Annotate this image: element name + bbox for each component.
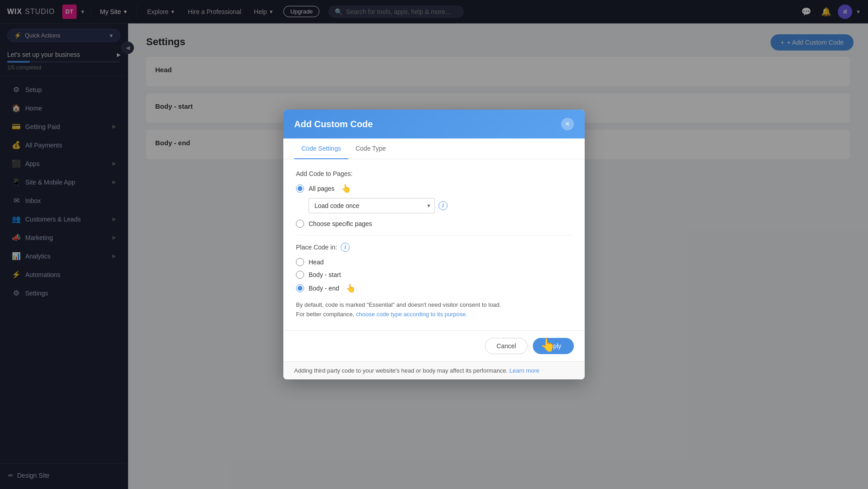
place-code-in-label: Place Code in: i bbox=[296, 243, 572, 252]
body-end-radio[interactable] bbox=[296, 284, 304, 292]
modal-warning-bar: Adding third party code to your website'… bbox=[283, 361, 585, 379]
tab-code-settings[interactable]: Code Settings bbox=[294, 138, 348, 159]
body-end-radio-item: Body - end 👆 bbox=[296, 283, 572, 293]
specific-pages-label[interactable]: Choose specific pages bbox=[309, 220, 372, 227]
tab-code-type[interactable]: Code Type bbox=[348, 138, 393, 159]
body-start-radio[interactable] bbox=[296, 271, 304, 279]
all-pages-radio-item: All pages 👆 bbox=[296, 184, 572, 194]
close-icon: × bbox=[565, 120, 569, 128]
pointing-hand-icon-1: 👆 bbox=[341, 184, 351, 194]
head-radio-item: Head bbox=[296, 258, 572, 266]
compliance-info-text: By default, code is marked "Essential" a… bbox=[296, 300, 572, 319]
specific-pages-radio-item: Choose specific pages bbox=[296, 220, 572, 228]
section-divider bbox=[296, 235, 572, 235]
modal-close-button[interactable]: × bbox=[561, 118, 574, 130]
load-code-select-wrapper: Load code once Load code on each page na… bbox=[309, 198, 448, 213]
modal-overlay[interactable]: Add Custom Code × Code Settings Code Typ… bbox=[0, 0, 868, 489]
modal-body: Add Code to Pages: All pages 👆 Load code… bbox=[283, 159, 585, 330]
load-code-dropdown[interactable]: Load code once Load code on each page na… bbox=[309, 198, 435, 213]
modal-header: Add Custom Code × bbox=[283, 110, 585, 138]
body-start-label[interactable]: Body - start bbox=[309, 271, 341, 278]
head-radio[interactable] bbox=[296, 258, 304, 266]
load-code-info-icon[interactable]: i bbox=[439, 201, 448, 210]
modal-title: Add Custom Code bbox=[294, 119, 373, 129]
all-pages-label[interactable]: All pages bbox=[309, 185, 335, 192]
pages-radio-group: All pages 👆 Load code once Load code on … bbox=[296, 184, 572, 228]
modal-footer-actions: Cancel Apply bbox=[283, 330, 585, 361]
pointing-hand-icon-2: 👆 bbox=[346, 283, 356, 293]
body-start-radio-item: Body - start bbox=[296, 271, 572, 279]
head-label[interactable]: Head bbox=[309, 258, 323, 266]
body-end-label[interactable]: Body - end bbox=[309, 285, 339, 292]
specific-pages-radio[interactable] bbox=[296, 220, 304, 228]
place-code-section: Place Code in: i Head Body - start Body … bbox=[296, 243, 572, 293]
add-custom-code-modal: Add Custom Code × Code Settings Code Typ… bbox=[283, 110, 585, 379]
place-code-info-icon[interactable]: i bbox=[341, 243, 350, 252]
modal-tabs: Code Settings Code Type bbox=[283, 138, 585, 159]
add-code-pages-label: Add Code to Pages: bbox=[296, 170, 572, 177]
code-type-link[interactable]: choose code type according to its purpos… bbox=[356, 311, 467, 318]
all-pages-radio[interactable] bbox=[296, 185, 304, 193]
learn-more-link[interactable]: Learn more bbox=[509, 367, 539, 374]
cancel-button[interactable]: Cancel bbox=[485, 338, 527, 354]
apply-button[interactable]: Apply bbox=[533, 338, 574, 354]
placement-radio-group: Head Body - start Body - end 👆 bbox=[296, 258, 572, 293]
